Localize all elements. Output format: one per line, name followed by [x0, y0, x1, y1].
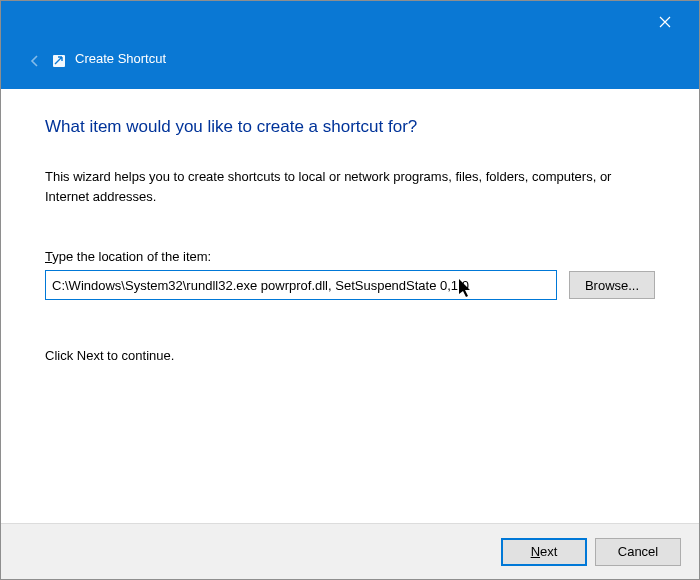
close-icon — [659, 16, 671, 28]
shortcut-icon — [51, 53, 67, 69]
window-title: Create Shortcut — [75, 51, 166, 66]
browse-button[interactable]: Browse... — [569, 271, 655, 299]
location-input[interactable] — [45, 270, 557, 300]
next-button[interactable]: Next — [501, 538, 587, 566]
content-area: What item would you like to create a sho… — [1, 89, 699, 523]
location-label: Type the location of the item: — [45, 249, 655, 264]
back-arrow-icon — [28, 54, 42, 68]
location-row: Browse... — [45, 270, 655, 300]
wizard-description: This wizard helps you to create shortcut… — [45, 167, 655, 207]
wizard-heading: What item would you like to create a sho… — [45, 117, 655, 137]
cancel-button[interactable]: Cancel — [595, 538, 681, 566]
footer: Next Cancel — [1, 523, 699, 579]
continue-text: Click Next to continue. — [45, 348, 655, 363]
titlebar: Create Shortcut — [1, 1, 699, 89]
close-button[interactable] — [645, 7, 685, 37]
back-button — [25, 51, 45, 71]
